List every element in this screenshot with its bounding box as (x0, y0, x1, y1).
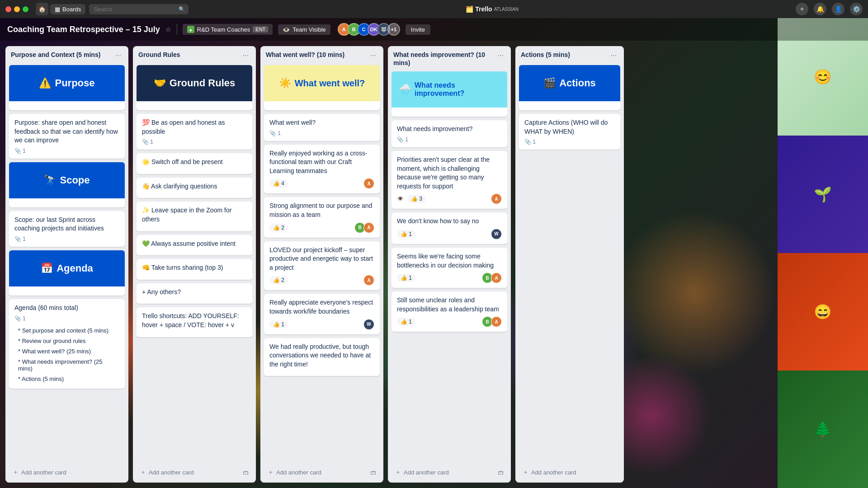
card-ni-question[interactable]: What needs improvement? 📎 1 (392, 120, 507, 147)
card-gr-shortcuts[interactable]: Trello shortcuts: ADD YOURSELF: hover + … (137, 307, 252, 337)
column-menu-actions[interactable]: ··· (609, 51, 618, 61)
cards-list-purpose: ⚠️ Purpose Purpose: share open and hones… (9, 65, 125, 464)
star-icon[interactable]: ☆ (165, 26, 171, 33)
card-ww-crossfunc[interactable]: Really enjoyed working as a cross-functi… (264, 145, 380, 194)
home-button[interactable]: 🏠 (36, 3, 48, 15)
card-gr-honest[interactable]: 💯 Be as open and honest as possible 📎 1 (137, 114, 252, 150)
close-button[interactable] (5, 6, 11, 12)
attachment-icon: 📎 (14, 148, 21, 154)
like-badge-respect[interactable]: 👍 1 (269, 320, 288, 328)
add-card-ww[interactable]: ＋ Add another card 🗃 (264, 465, 380, 479)
card-ni-priorities-title: Priorities aren't super clear at the mom… (397, 155, 502, 191)
card-ww-alignment[interactable]: Strong alignment to our purpose and miss… (264, 197, 380, 237)
column-title-ni: What needs improvement? (10 mins) (393, 51, 496, 67)
cover-emoji-purpose: ⚠️ (39, 77, 51, 89)
card-gr-positive[interactable]: 💚 Always assume positive intent (137, 235, 252, 256)
card-gr-header[interactable]: 🤝 Ground Rules (137, 65, 252, 110)
column-header-actions: Actions (5 mins) ··· (519, 50, 620, 61)
card-gr-clarify[interactable]: 👋 Ask clarifying questions (137, 178, 252, 198)
card-ww-crossfunc-title: Really enjoyed working as a cross-functi… (269, 149, 374, 176)
avatar-count[interactable]: +1 (387, 23, 400, 36)
cover-emoji-ww: ☀️ (279, 77, 291, 89)
user-avatar-titlebar[interactable]: 👤 (832, 3, 844, 15)
participant-body-3: 😄 (778, 253, 868, 371)
visibility-badge[interactable]: 👁️ Team Visible (278, 24, 330, 35)
visibility-label: Team Visible (292, 26, 326, 33)
card-purpose-body[interactable]: Purpose: share open and honest feedback … (9, 114, 125, 159)
participant-body-4: 🌲 (778, 371, 868, 488)
column-header-ni: What needs improvement? (10 mins) ··· (392, 50, 507, 68)
add-card-icon-ww: ＋ (268, 468, 274, 476)
card-gr-turns-title: 👊 Take turns sharing (top 3) (142, 263, 247, 272)
card-gr-honest-meta: 📎 1 (142, 139, 247, 145)
card-ww-question[interactable]: What went well? 📎 1 (264, 114, 380, 141)
attachment-badge-ww: 📎 1 (269, 130, 281, 136)
card-ni-bottlenecks[interactable]: Seems like we're facing some bottlenecks… (392, 248, 507, 288)
column-menu-ni[interactable]: ··· (496, 51, 505, 61)
card-cover-scope: 🔭 Scope (9, 162, 125, 198)
card-ni-question-meta: 📎 1 (397, 136, 502, 143)
add-card-ni[interactable]: ＋ Add another card 🗃 (392, 465, 507, 479)
add-card-purpose[interactable]: ＋ Add another card (9, 465, 125, 479)
add-button[interactable]: ＋ (796, 3, 808, 15)
team-badge[interactable]: ▲ R&D Team Coaches ENT (183, 24, 273, 35)
video-participant-4: 🌲 (778, 371, 868, 488)
card-actions-header[interactable]: 🎬 Actions (519, 65, 620, 110)
card-ww-alignment-title: Strong alignment to our purpose and miss… (269, 202, 374, 219)
card-ww-respect[interactable]: Really appreciate everyone's respect tow… (264, 294, 380, 334)
card-ww-kickoff[interactable]: LOVED our project kickoff – super produc… (264, 241, 380, 291)
minimize-button[interactable] (14, 6, 20, 12)
card-ww-kickoff-meta: 👍 2 A (269, 275, 374, 286)
add-card-icon-ni: ＋ (395, 468, 401, 476)
card-scope-header[interactable]: 🔭 Scope (9, 162, 125, 207)
avatar-respect-1: W (363, 319, 374, 330)
card-ni-header[interactable]: 🌧️ What needs improvement? (392, 71, 507, 117)
like-badge-roles[interactable]: 👍 1 (397, 318, 415, 326)
attachment-badge-actions: 📎 1 (524, 139, 536, 145)
attachment-badge-agenda: 📎 1 (14, 315, 26, 322)
like-badge-kickoff[interactable]: 👍 2 (269, 276, 288, 284)
column-needs-improvement: What needs improvement? (10 mins) ··· 🌧️… (388, 46, 511, 483)
like-badge-crossfunc[interactable]: 👍 4 (269, 179, 288, 188)
card-gr-space-title: ✨ Leave space in the Zoom for others (142, 206, 247, 224)
card-agenda-body[interactable]: Agenda (60 mins total) 📎 1 * Set purpose… (9, 299, 125, 389)
card-ni-priorities[interactable]: Priorities aren't super clear at the mom… (392, 151, 507, 209)
like-badge-priorities[interactable]: 👍 3 (407, 195, 426, 203)
add-card-label-gr: Add another card (149, 469, 194, 476)
card-actions-capture-meta: 📎 1 (524, 139, 615, 145)
maximize-button[interactable] (23, 6, 28, 12)
card-cover-ni: 🌧️ What needs improvement? (392, 71, 507, 108)
card-ww-respect-meta: 👍 1 W (269, 319, 374, 330)
settings-icon[interactable]: ⚙️ (850, 3, 863, 15)
card-ni-bottlenecks-title: Seems like we're facing some bottlenecks… (397, 252, 502, 270)
card-agenda-title: Agenda (60 mins total) (14, 304, 119, 313)
cover-text-ni: What needs improvement? (415, 81, 500, 98)
card-purpose-header[interactable]: ⚠️ Purpose (9, 65, 125, 110)
card-agenda-header[interactable]: 📅 Agenda (9, 250, 125, 296)
invite-button[interactable]: Invite (406, 24, 430, 35)
card-ni-sayno[interactable]: We don't know how to say no 👍 1 W (392, 212, 507, 244)
card-gr-turns[interactable]: 👊 Take turns sharing (top 3) (137, 259, 252, 280)
like-badge-sayno[interactable]: 👍 1 (397, 230, 415, 238)
avatar-sayno-1: W (491, 229, 502, 239)
add-card-gr[interactable]: ＋ Add another card 🗃 (137, 465, 252, 479)
like-badge-bottlenecks[interactable]: 👍 1 (397, 274, 415, 282)
card-ni-roles[interactable]: Still some unclear roles and responsibil… (392, 291, 507, 332)
add-card-actions[interactable]: ＋ Add another card (519, 465, 620, 479)
card-cover-actions: 🎬 Actions (519, 65, 620, 101)
boards-button[interactable]: ▦ Boards (50, 4, 85, 14)
card-gr-space[interactable]: ✨ Leave space in the Zoom for others (137, 202, 252, 231)
column-menu-gr[interactable]: ··· (241, 51, 250, 61)
card-ww-productive[interactable]: We had really productive, but tough conv… (264, 338, 380, 376)
card-gr-others[interactable]: + Any others? (137, 283, 252, 304)
titlebar: 🏠 ▦ Boards 🗂️ Trello ATLASSIAN ＋ 🔔 👤 ⚙️ (0, 0, 868, 18)
like-badge-alignment[interactable]: 👍 2 (269, 224, 288, 232)
card-ww-header[interactable]: ☀️ What went well? (264, 65, 380, 110)
card-actions-capture[interactable]: Capture Actions (WHO will do WHAT by WHE… (519, 114, 620, 150)
card-scope-body[interactable]: Scope: our last Sprint across coaching p… (9, 211, 125, 247)
card-gr-present[interactable]: 🌟 Switch off and be present (137, 153, 252, 174)
notification-bell[interactable]: 🔔 (814, 3, 826, 15)
column-menu-purpose[interactable]: ··· (113, 51, 123, 61)
column-menu-ww[interactable]: ··· (368, 51, 378, 61)
search-input[interactable] (89, 4, 189, 14)
